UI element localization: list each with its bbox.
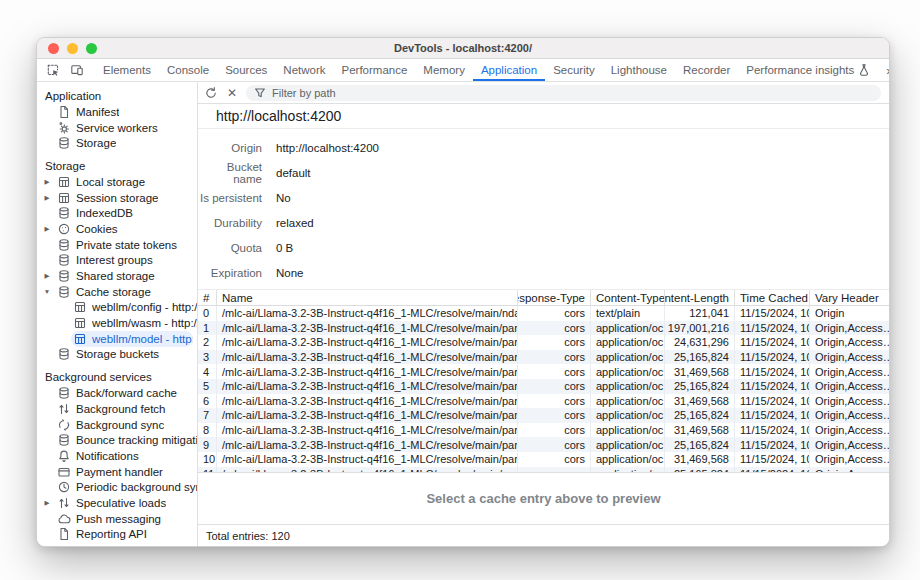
sidebar-item-reporting-api[interactable]: Reporting API (37, 527, 197, 543)
expand-arrow-icon[interactable]: ▶ (41, 194, 53, 202)
status-total-entries: Total entries: 120 (206, 530, 290, 542)
sidebar-item-speculative-loads[interactable]: ▶Speculative loads (37, 495, 197, 511)
cell-name: /mlc-ai/Llama-3.2-3B-Instruct-q4f16_1-ML… (216, 394, 517, 409)
updown-arrows-icon (57, 402, 71, 416)
document-icon (57, 527, 71, 541)
sidebar-item-manifest[interactable]: Manifest (37, 104, 197, 120)
sidebar-item-webllm-model-http-loc[interactable]: webllm/model - http://loc… (71, 331, 193, 347)
cache-entry-row[interactable]: 4/mlc-ai/Llama-3.2-3B-Instruct-q4f16_1-M… (198, 364, 889, 379)
detail-value: None (276, 267, 304, 279)
sidebar-item-background-fetch[interactable]: Background fetch (37, 401, 197, 417)
detail-label: Origin (198, 142, 262, 154)
clear-icon[interactable]: ✕ (225, 86, 239, 100)
expand-arrow-icon[interactable]: ▶ (41, 225, 53, 233)
cache-entry-row[interactable]: 9/mlc-ai/Llama-3.2-3B-Instruct-q4f16_1-M… (198, 437, 889, 452)
tab-application[interactable]: Application (473, 59, 545, 81)
column-header-name[interactable]: Name (216, 290, 517, 305)
sidebar-item-cookies[interactable]: ▶Cookies (37, 221, 197, 237)
sidebar-item-storage[interactable]: Storage (37, 135, 197, 151)
panel-tabs: ElementsConsoleSourcesNetworkPerformance… (95, 59, 879, 81)
expand-arrow-icon[interactable]: ▶ (41, 272, 53, 280)
cell-time_cached: 11/15/2024, 10… (734, 306, 809, 321)
tab-lighthouse[interactable]: Lighthouse (603, 59, 675, 81)
sidebar-item-local-storage[interactable]: ▶Local storage (37, 174, 197, 190)
cache-entry-row[interactable]: 7/mlc-ai/Llama-3.2-3B-Instruct-q4f16_1-M… (198, 408, 889, 423)
refresh-icon[interactable] (204, 86, 218, 100)
sidebar-item-storage-buckets[interactable]: Storage buckets (37, 347, 197, 363)
cell-vary: Origin,Access… (809, 423, 889, 438)
sidebar-item-payment-handler[interactable]: Payment handler (37, 464, 197, 480)
cell-content_length: 197,001,216 (664, 321, 734, 336)
sidebar-item-periodic-background-sync[interactable]: Periodic background sync (37, 479, 197, 495)
sidebar-item-private-state-tokens[interactable]: Private state tokens (37, 237, 197, 253)
sidebar-item-back-forward-cache[interactable]: Back/forward cache (37, 385, 197, 401)
card-icon (57, 465, 71, 479)
table-icon (73, 332, 87, 346)
sidebar-item-indexeddb[interactable]: IndexedDB (37, 205, 197, 221)
tab-recorder[interactable]: Recorder (675, 59, 738, 81)
cell-num: 7 (198, 408, 216, 423)
sidebar-item-interest-groups[interactable]: Interest groups (37, 253, 197, 269)
inspect-element-icon[interactable] (41, 59, 65, 81)
sidebar-item-webllm-config-http-loc[interactable]: webllm/config - http://loc… (37, 300, 197, 316)
column-header-vary-header[interactable]: Vary Header (809, 290, 889, 305)
column-header-content-length[interactable]: Content-Length (664, 290, 734, 305)
cell-time_cached: 11/15/2024, 10… (734, 321, 809, 336)
cell-content_length: 121,041 (664, 306, 734, 321)
expand-arrow-icon[interactable]: ▶ (41, 499, 53, 507)
tab-sources[interactable]: Sources (217, 59, 275, 81)
cache-entry-row[interactable]: 1/mlc-ai/Llama-3.2-3B-Instruct-q4f16_1-M… (198, 321, 889, 336)
grid-body[interactable]: 0/mlc-ai/Llama-3.2-3B-Instruct-q4f16_1-M… (198, 306, 889, 473)
cell-content_type: application/oc… (590, 335, 664, 350)
more-tabs-icon[interactable]: » (879, 63, 889, 78)
cache-entry-row[interactable]: 0/mlc-ai/Llama-3.2-3B-Instruct-q4f16_1-M… (198, 306, 889, 321)
cache-entry-row[interactable]: 10/mlc-ai/Llama-3.2-3B-Instruct-q4f16_1-… (198, 452, 889, 467)
column-header-content-type[interactable]: Content-Type (590, 290, 664, 305)
sidebar-item-background-sync[interactable]: Background sync (37, 417, 197, 433)
sidebar-item-label: Payment handler (76, 466, 163, 478)
sidebar-item-bounce-tracking-mitigations[interactable]: Bounce tracking mitigations (37, 432, 197, 448)
cache-entry-row[interactable]: 2/mlc-ai/Llama-3.2-3B-Instruct-q4f16_1-M… (198, 335, 889, 350)
tab-memory[interactable]: Memory (415, 59, 473, 81)
sidebar-item-session-storage[interactable]: ▶Session storage (37, 190, 197, 206)
database-icon (57, 386, 71, 400)
tab-security[interactable]: Security (545, 59, 603, 81)
cache-entry-row[interactable]: 8/mlc-ai/Llama-3.2-3B-Instruct-q4f16_1-M… (198, 423, 889, 438)
cell-num: 3 (198, 350, 216, 365)
cell-name: /mlc-ai/Llama-3.2-3B-Instruct-q4f16_1-ML… (216, 350, 517, 365)
cell-response_type: cors (517, 437, 590, 452)
expand-arrow-icon[interactable]: ▶ (41, 178, 53, 186)
sidebar-item-webllm-wasm-http-loca[interactable]: webllm/wasm - http://loca… (37, 315, 197, 331)
sidebar-item-service-workers[interactable]: Service workers (37, 120, 197, 136)
cell-vary: Origin,Access… (809, 437, 889, 452)
cell-vary: Origin,Access… (809, 452, 889, 467)
cache-entry-row[interactable]: 5/mlc-ai/Llama-3.2-3B-Instruct-q4f16_1-M… (198, 379, 889, 394)
detail-value: default (276, 167, 311, 179)
detail-row-origin: Originhttp://localhost:4200 (198, 135, 889, 160)
cell-vary: Origin,Access… (809, 321, 889, 336)
tabbar-right-controls: » 3 ⋮ (879, 59, 889, 81)
sidebar-item-label: Manifest (76, 106, 119, 118)
cell-content_type: application/oc… (590, 423, 664, 438)
tab-elements[interactable]: Elements (95, 59, 159, 81)
cell-response_type: cors (517, 364, 590, 379)
tab-performance-insights[interactable]: Performance insights (738, 59, 879, 81)
cell-content_length: 25,165,824 (664, 408, 734, 423)
tab-performance[interactable]: Performance (334, 59, 416, 81)
sidebar-item-shared-storage[interactable]: ▶Shared storage (37, 268, 197, 284)
column-header-time-cached[interactable]: Time Cached (734, 290, 809, 305)
sidebar-item-push-messaging[interactable]: Push messaging (37, 511, 197, 527)
sidebar-item-notifications[interactable]: Notifications (37, 448, 197, 464)
filter-input[interactable]: Filter by path (246, 85, 881, 101)
grid-header-row: #NameResponse-TypeContent-TypeContent-Le… (198, 290, 889, 306)
device-toolbar-icon[interactable] (65, 59, 89, 81)
collapse-arrow-icon[interactable]: ▼ (41, 288, 53, 295)
sidebar-item-cache-storage[interactable]: ▼Cache storage (37, 284, 197, 300)
column-header-response-type[interactable]: Response-Type (517, 290, 590, 305)
tab-network[interactable]: Network (275, 59, 333, 81)
detail-row-bucket-name: Bucket namedefault (198, 160, 889, 185)
cache-entry-row[interactable]: 3/mlc-ai/Llama-3.2-3B-Instruct-q4f16_1-M… (198, 350, 889, 365)
cache-entry-row[interactable]: 6/mlc-ai/Llama-3.2-3B-Instruct-q4f16_1-M… (198, 394, 889, 409)
tab-console[interactable]: Console (159, 59, 217, 81)
column-header-[interactable]: # (198, 290, 216, 305)
